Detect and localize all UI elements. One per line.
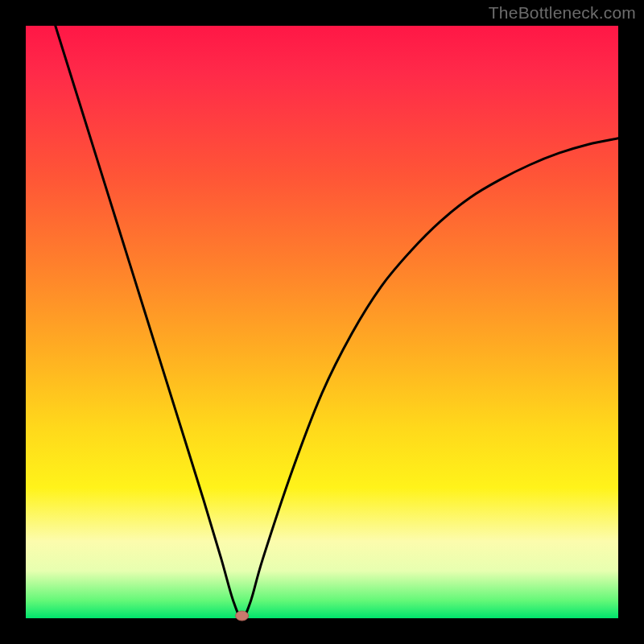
chart-frame: TheBottleneck.com <box>0 0 644 644</box>
watermark-text: TheBottleneck.com <box>489 3 636 23</box>
bottleneck-curve <box>26 26 618 618</box>
curve-path <box>56 26 618 618</box>
plot-area <box>26 26 618 618</box>
minimum-marker <box>236 611 249 621</box>
